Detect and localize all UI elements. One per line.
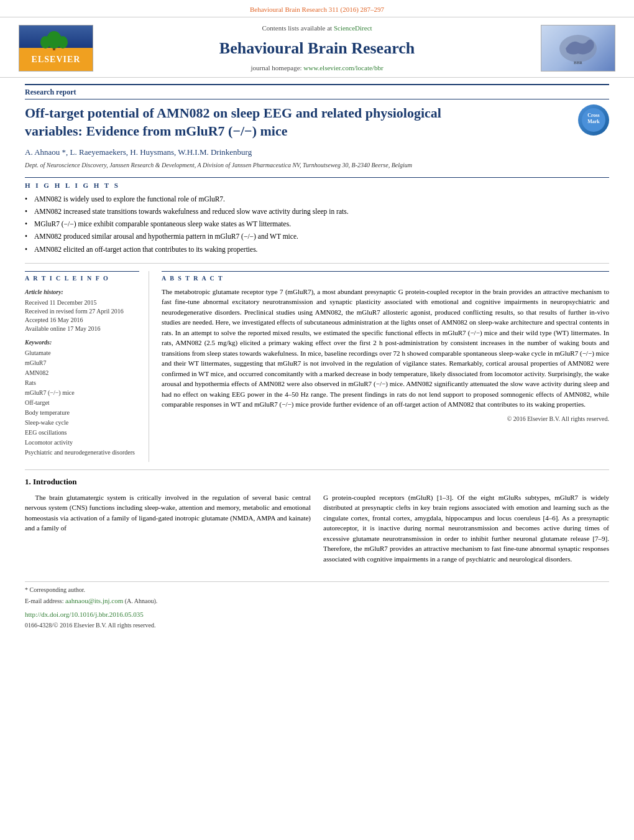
elsevier-text: ELSEVIER xyxy=(19,51,93,68)
article-info-col: A R T I C L E I N F O Article history: R… xyxy=(25,271,149,462)
article-history: Article history: Received 11 December 20… xyxy=(25,288,139,333)
keywords-label: Keywords: xyxy=(25,338,139,347)
accepted-date: Accepted 16 May 2016 xyxy=(25,316,139,325)
svg-text:Mark: Mark xyxy=(587,119,600,124)
keyword: Sleep-wake cycle xyxy=(25,418,139,427)
keyword: Glutamate xyxy=(25,349,139,358)
footer-notes: * Corresponding author. E-mail address: … xyxy=(25,581,609,630)
doi-link[interactable]: http://dx.doi.org/10.1016/j.bbr.2016.05.… xyxy=(25,611,144,618)
journal-header: ELSEVIER Contents lists available at Sci… xyxy=(0,17,634,77)
intro-paragraph-2: G protein-coupled receptors (mGluR) [1–3… xyxy=(323,492,609,565)
keyword: EEG oscillations xyxy=(25,428,139,437)
highlights-section: H I G H L I G H T S AMN082 is widely use… xyxy=(25,177,609,264)
journal-reference: Behavioural Brain Research 311 (2016) 28… xyxy=(0,0,634,17)
page: Behavioural Brain Research 311 (2016) 28… xyxy=(0,0,634,840)
introduction-header: 1. Introduction xyxy=(25,476,609,487)
highlight-item: AMN082 increased state transitions towar… xyxy=(25,206,609,216)
title-area: Off-target potential of AMN082 on sleep … xyxy=(25,104,609,140)
keyword: mGluR7 xyxy=(25,359,139,367)
elsevier-logo-top xyxy=(19,29,93,52)
intro-col-right: G protein-coupled receptors (mGluR) [1–3… xyxy=(323,492,609,570)
available-date: Available online 17 May 2016 xyxy=(25,325,139,333)
received-date: Received 11 December 2015 xyxy=(25,298,139,307)
intro-paragraph-1: The brain glutamatergic system is critic… xyxy=(25,492,311,533)
abstract-text: The metabotropic glutamate receptor type… xyxy=(162,287,609,410)
doi-note: http://dx.doi.org/10.1016/j.bbr.2016.05.… xyxy=(25,610,609,619)
journal-logo-right: BBR xyxy=(541,25,615,72)
journal-url[interactable]: www.elsevier.com/locate/bbr xyxy=(303,64,383,72)
keyword: Off-target xyxy=(25,399,139,407)
abstract-col: A B S T R A C T The metabotropic glutama… xyxy=(162,271,609,462)
elsevier-logo: ELSEVIER xyxy=(19,25,93,72)
received-revised-date: Received in revised form 27 April 2016 xyxy=(25,307,139,316)
main-content: Research report Off-target potential of … xyxy=(0,78,634,645)
svg-text:BBR: BBR xyxy=(574,60,582,65)
crossmark-icon: Cross Mark xyxy=(581,108,606,132)
svg-text:Cross: Cross xyxy=(587,113,599,118)
highlight-item: AMN082 produced similar arousal and hypo… xyxy=(25,231,609,241)
svg-point-2 xyxy=(40,36,50,48)
highlight-item: MGluR7 (−/−) mice exhibit comparable spo… xyxy=(25,219,609,229)
keyword: Body temperature xyxy=(25,408,139,417)
section-type-label: Research report xyxy=(25,84,609,100)
corresponding-note: * Corresponding author. xyxy=(25,586,609,594)
keyword: Psychiatric and neurodegenerative disord… xyxy=(25,448,139,457)
contents-line: Contents lists available at ScienceDirec… xyxy=(106,24,528,33)
brain-research-logo: BBR xyxy=(553,30,603,67)
email-note: E-mail address: aahnaou@its.jnj.com (A. … xyxy=(25,596,609,606)
svg-point-3 xyxy=(58,36,68,48)
issn-note: 0166-4328/© 2016 Elsevier B.V. All right… xyxy=(25,621,609,630)
article-info-abstract: A R T I C L E I N F O Article history: R… xyxy=(25,271,609,462)
keyword: mGluR7 (−/−) mice xyxy=(25,389,139,397)
introduction-body: The brain glutamatergic system is critic… xyxy=(25,492,609,570)
keyword: Rats xyxy=(25,379,139,387)
homepage-line: journal homepage: www.elsevier.com/locat… xyxy=(106,63,528,73)
crossmark-badge[interactable]: Cross Mark xyxy=(578,104,609,136)
authors: A. Ahnaou *, L. Raeyemaekers, H. Huysman… xyxy=(25,147,609,158)
history-label: Article history: xyxy=(25,288,139,297)
highlight-item: AMN082 elicited an off-target action tha… xyxy=(25,244,609,254)
email-link[interactable]: aahnaou@its.jnj.com xyxy=(65,597,123,604)
copyright-line: © 2016 Elsevier B.V. All rights reserved… xyxy=(162,415,609,423)
highlights-header: H I G H L I G H T S xyxy=(25,177,609,190)
introduction-section: 1. Introduction The brain glutamatergic … xyxy=(25,469,609,570)
affiliation: Dept. of Neuroscience Discovery, Janssen… xyxy=(25,161,609,170)
abstract-header: A B S T R A C T xyxy=(162,271,609,283)
keyword: AMN082 xyxy=(25,369,139,377)
sciencedirect-link[interactable]: ScienceDirect xyxy=(334,24,372,32)
intro-col-left: The brain glutamatergic system is critic… xyxy=(25,492,311,570)
elsevier-tree-icon xyxy=(34,27,78,52)
highlight-item: AMN082 is widely used to explore the fun… xyxy=(25,194,609,204)
article-title: Off-target potential of AMN082 on sleep … xyxy=(25,104,491,140)
journal-title: Behavioural Brain Research xyxy=(106,37,528,60)
header-center: Contents lists available at ScienceDirec… xyxy=(93,24,541,73)
article-info-header: A R T I C L E I N F O xyxy=(25,271,139,283)
keyword: Locomotor activity xyxy=(25,438,139,447)
keywords-group: Keywords: Glutamate mGluR7 AMN082 Rats m… xyxy=(25,338,139,457)
